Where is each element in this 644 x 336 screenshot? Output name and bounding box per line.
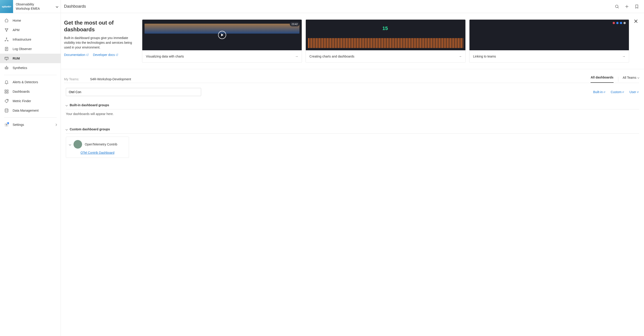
tag-icon xyxy=(4,98,9,104)
custom-section-title: Custom dashboard groups xyxy=(70,128,110,131)
filters-row: Built-in Custom User xyxy=(61,83,644,98)
log-icon xyxy=(4,46,9,52)
nav-alerts[interactable]: Alerts & Detectors xyxy=(0,77,61,87)
sidebar-divider xyxy=(4,75,56,75)
org-selector[interactable]: Observability Workshop EMEA xyxy=(13,0,61,13)
sort-icon xyxy=(603,91,606,93)
nav-infrastructure-label: Infrastructure xyxy=(13,38,31,41)
svg-rect-25 xyxy=(5,92,6,93)
filter-custom[interactable]: Custom xyxy=(611,90,624,94)
org-line1: Observability xyxy=(16,2,40,6)
filter-user-label: User xyxy=(629,90,636,94)
chevron-down-icon xyxy=(638,76,639,78)
synthetics-icon xyxy=(4,66,9,70)
group-avatar xyxy=(74,140,82,148)
promo-banner: Get the most out of dashboards Built-in … xyxy=(61,13,644,69)
external-link-icon xyxy=(86,54,89,56)
card-title: Visualizing data with charts xyxy=(146,54,184,59)
status-dot-icon xyxy=(620,22,622,24)
card-thumbnail: 23:42 xyxy=(142,20,302,50)
svg-rect-14 xyxy=(5,57,8,59)
team-link[interactable]: S4R-Workshop-Development xyxy=(90,77,131,81)
infrastructure-icon xyxy=(4,37,9,42)
card-thumbnail xyxy=(470,20,629,50)
arrow-right-icon: → xyxy=(622,54,625,59)
nav-log-observer[interactable]: Log Observer xyxy=(0,44,61,54)
play-icon xyxy=(218,31,226,39)
divider xyxy=(618,77,618,82)
database-icon xyxy=(4,108,9,113)
chevron-down-icon[interactable] xyxy=(69,143,71,146)
svg-point-28 xyxy=(5,109,8,110)
svg-point-0 xyxy=(615,5,618,8)
nav-apm[interactable]: APM xyxy=(0,25,61,35)
svg-rect-26 xyxy=(7,92,8,93)
nav-dashboards[interactable]: Dashboards xyxy=(0,87,61,96)
tab-all-dashboards[interactable]: All dashboards xyxy=(590,76,613,83)
status-dot-icon xyxy=(624,22,626,24)
search-input[interactable] xyxy=(66,88,201,96)
card-thumbnail: 15 xyxy=(306,20,465,50)
teams-tabs-row: My Teams: S4R-Workshop-Development All d… xyxy=(61,69,644,83)
svg-point-6 xyxy=(6,31,7,31)
svg-line-1 xyxy=(618,7,619,8)
promo-card-linking[interactable]: Linking to teams → xyxy=(469,20,629,63)
custom-section-header[interactable]: Custom dashboard groups xyxy=(61,122,644,133)
chevron-right-icon xyxy=(55,124,57,126)
nav-log-observer-label: Log Observer xyxy=(13,47,32,51)
topbar: splunk> Observability Workshop EMEA Dash… xyxy=(0,0,644,13)
svg-point-20 xyxy=(7,68,8,68)
bookmark-icon[interactable] xyxy=(633,2,641,10)
svg-point-22 xyxy=(6,66,7,66)
card-title: Creating charts and dashboards xyxy=(309,54,354,59)
promo-card-visualizing[interactable]: 23:42 Visualizing data with charts → xyxy=(142,20,302,63)
splunk-logo[interactable]: splunk> xyxy=(0,0,13,13)
builtin-section-header[interactable]: Built-in dashboard groups xyxy=(61,98,644,109)
external-link-icon xyxy=(116,54,118,56)
home-icon xyxy=(4,18,9,23)
svg-rect-18 xyxy=(5,67,8,69)
nav-dashboards-label: Dashboards xyxy=(13,90,30,93)
nav-apm-label: APM xyxy=(13,28,20,32)
nav-synthetics-label: Synthetics xyxy=(13,66,27,70)
nav-rum[interactable]: RUM xyxy=(0,54,61,63)
chevron-down-icon xyxy=(66,128,68,130)
dashboard-link[interactable]: OTel Contrib Dashboard xyxy=(80,151,126,154)
builtin-empty-text: Your dashboards will appear here. xyxy=(61,109,644,122)
promo-card-creating[interactable]: 15 Creating charts and dashboards → xyxy=(306,20,466,63)
filter-builtin[interactable]: Built-in xyxy=(593,90,606,94)
nav-data-management[interactable]: Data Management xyxy=(0,106,61,115)
nav-home[interactable]: Home xyxy=(0,16,61,25)
dashboard-icon xyxy=(4,89,9,94)
tab-all-teams[interactable]: All Teams xyxy=(623,76,639,82)
svg-point-9 xyxy=(8,40,8,41)
group-name[interactable]: OpenTelemetry Contrib xyxy=(85,142,117,146)
nav-data-management-label: Data Management xyxy=(13,109,38,112)
chevron-down-icon xyxy=(66,104,68,106)
nav-metric-finder-label: Metric Finder xyxy=(13,99,31,103)
builtin-section-title: Built-in dashboard groups xyxy=(70,103,109,107)
developer-docs-link[interactable]: Developer docs xyxy=(93,53,118,56)
svg-point-8 xyxy=(5,40,6,41)
filter-user[interactable]: User xyxy=(629,90,639,94)
close-promo-button[interactable] xyxy=(633,18,639,24)
sort-icon xyxy=(622,91,624,93)
my-teams-label: My Teams: xyxy=(64,77,79,81)
search-icon[interactable] xyxy=(613,2,621,10)
apm-icon xyxy=(4,28,9,32)
nav-infrastructure[interactable]: Infrastructure xyxy=(0,35,61,44)
nav-rum-label: RUM xyxy=(13,56,20,60)
nav-metric-finder[interactable]: Metric Finder xyxy=(0,96,61,106)
documentation-link[interactable]: Documentation xyxy=(64,53,89,56)
sort-icon xyxy=(636,91,639,93)
svg-point-27 xyxy=(7,100,8,100)
nav-settings[interactable]: Settings xyxy=(0,120,61,130)
status-dot-icon xyxy=(616,22,618,24)
add-icon[interactable] xyxy=(623,2,631,10)
nav-alerts-label: Alerts & Detectors xyxy=(13,80,38,84)
nav-home-label: Home xyxy=(13,19,21,22)
sidebar: Home APM Infrastructure Log Observer RUM… xyxy=(0,13,61,336)
settings-indicator-dot xyxy=(7,122,9,124)
nav-synthetics[interactable]: Synthetics xyxy=(0,63,61,72)
dashboard-group-card: OpenTelemetry Contrib OTel Contrib Dashb… xyxy=(66,137,129,158)
